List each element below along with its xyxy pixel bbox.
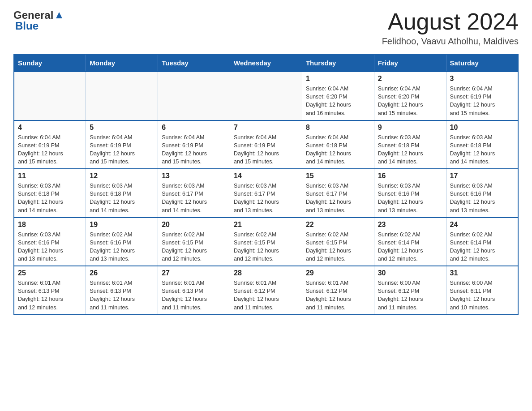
day-number: 1 bbox=[306, 75, 370, 83]
day-info: Sunrise: 6:01 AM Sunset: 6:13 PM Dayligh… bbox=[162, 279, 226, 312]
day-number: 13 bbox=[162, 172, 226, 180]
day-info: Sunrise: 6:03 AM Sunset: 6:16 PM Dayligh… bbox=[450, 182, 514, 214]
day-number: 6 bbox=[162, 124, 226, 132]
day-number: 3 bbox=[450, 75, 514, 83]
day-info: Sunrise: 6:03 AM Sunset: 6:17 PM Dayligh… bbox=[306, 182, 370, 214]
day-of-week-header: Saturday bbox=[446, 54, 518, 72]
calendar-cell: 23Sunrise: 6:02 AM Sunset: 6:14 PM Dayli… bbox=[374, 218, 446, 266]
day-number: 16 bbox=[378, 172, 442, 180]
calendar-cell: 26Sunrise: 6:01 AM Sunset: 6:13 PM Dayli… bbox=[86, 266, 158, 315]
day-info: Sunrise: 6:03 AM Sunset: 6:18 PM Dayligh… bbox=[450, 133, 514, 166]
day-number: 29 bbox=[306, 269, 370, 277]
day-info: Sunrise: 6:03 AM Sunset: 6:16 PM Dayligh… bbox=[378, 182, 442, 214]
day-number: 11 bbox=[18, 172, 82, 180]
calendar-cell: 22Sunrise: 6:02 AM Sunset: 6:15 PM Dayli… bbox=[302, 218, 374, 266]
day-info: Sunrise: 6:01 AM Sunset: 6:12 PM Dayligh… bbox=[306, 279, 370, 312]
day-number: 18 bbox=[18, 221, 82, 229]
calendar-cell: 14Sunrise: 6:03 AM Sunset: 6:17 PM Dayli… bbox=[230, 169, 302, 218]
day-info: Sunrise: 6:04 AM Sunset: 6:19 PM Dayligh… bbox=[18, 133, 82, 166]
day-number: 15 bbox=[306, 172, 370, 180]
calendar-week-row: 25Sunrise: 6:01 AM Sunset: 6:13 PM Dayli… bbox=[14, 266, 518, 315]
day-info: Sunrise: 6:01 AM Sunset: 6:13 PM Dayligh… bbox=[90, 279, 154, 312]
day-of-week-header: Monday bbox=[86, 54, 158, 72]
calendar-cell: 21Sunrise: 6:02 AM Sunset: 6:15 PM Dayli… bbox=[230, 218, 302, 266]
day-number: 8 bbox=[306, 124, 370, 132]
calendar-cell: 5Sunrise: 6:04 AM Sunset: 6:19 PM Daylig… bbox=[86, 120, 158, 169]
day-number: 24 bbox=[450, 221, 514, 229]
calendar-cell bbox=[14, 72, 86, 120]
logo-blue-text: Blue bbox=[15, 20, 39, 32]
calendar-cell: 13Sunrise: 6:03 AM Sunset: 6:17 PM Dayli… bbox=[158, 169, 230, 218]
day-of-week-header: Sunday bbox=[14, 54, 86, 72]
day-info: Sunrise: 6:03 AM Sunset: 6:16 PM Dayligh… bbox=[18, 231, 82, 263]
day-number: 5 bbox=[90, 124, 154, 132]
day-info: Sunrise: 6:02 AM Sunset: 6:15 PM Dayligh… bbox=[162, 231, 226, 263]
day-number: 30 bbox=[378, 269, 442, 277]
day-info: Sunrise: 6:03 AM Sunset: 6:18 PM Dayligh… bbox=[378, 133, 442, 166]
day-info: Sunrise: 6:02 AM Sunset: 6:15 PM Dayligh… bbox=[306, 231, 370, 263]
day-info: Sunrise: 6:04 AM Sunset: 6:20 PM Dayligh… bbox=[306, 85, 370, 117]
day-number: 2 bbox=[378, 75, 442, 83]
day-info: Sunrise: 6:02 AM Sunset: 6:14 PM Dayligh… bbox=[450, 231, 514, 263]
calendar-cell: 29Sunrise: 6:01 AM Sunset: 6:12 PM Dayli… bbox=[302, 266, 374, 315]
calendar-cell: 7Sunrise: 6:04 AM Sunset: 6:19 PM Daylig… bbox=[230, 120, 302, 169]
day-of-week-header: Friday bbox=[374, 54, 446, 72]
day-info: Sunrise: 6:04 AM Sunset: 6:19 PM Dayligh… bbox=[234, 133, 298, 166]
day-number: 14 bbox=[234, 172, 298, 180]
calendar-cell: 11Sunrise: 6:03 AM Sunset: 6:18 PM Dayli… bbox=[14, 169, 86, 218]
calendar-cell: 2Sunrise: 6:04 AM Sunset: 6:20 PM Daylig… bbox=[374, 72, 446, 120]
month-title: August 2024 bbox=[382, 9, 519, 34]
day-number: 9 bbox=[378, 124, 442, 132]
calendar-week-row: 4Sunrise: 6:04 AM Sunset: 6:19 PM Daylig… bbox=[14, 120, 518, 169]
day-info: Sunrise: 6:04 AM Sunset: 6:20 PM Dayligh… bbox=[378, 85, 442, 117]
calendar-cell bbox=[230, 72, 302, 120]
days-of-week-row: SundayMondayTuesdayWednesdayThursdayFrid… bbox=[14, 54, 518, 72]
calendar-cell: 24Sunrise: 6:02 AM Sunset: 6:14 PM Dayli… bbox=[446, 218, 518, 266]
day-info: Sunrise: 6:04 AM Sunset: 6:19 PM Dayligh… bbox=[450, 85, 514, 117]
day-number: 12 bbox=[90, 172, 154, 180]
page-header: General Blue August 2024 Felidhoo, Vaavu… bbox=[13, 9, 519, 47]
calendar-week-row: 11Sunrise: 6:03 AM Sunset: 6:18 PM Dayli… bbox=[14, 169, 518, 218]
day-info: Sunrise: 6:03 AM Sunset: 6:18 PM Dayligh… bbox=[90, 182, 154, 214]
calendar-cell: 25Sunrise: 6:01 AM Sunset: 6:13 PM Dayli… bbox=[14, 266, 86, 315]
day-of-week-header: Wednesday bbox=[230, 54, 302, 72]
day-number: 25 bbox=[18, 269, 82, 277]
day-info: Sunrise: 6:03 AM Sunset: 6:18 PM Dayligh… bbox=[18, 182, 82, 214]
day-number: 19 bbox=[90, 221, 154, 229]
day-number: 20 bbox=[162, 221, 226, 229]
day-info: Sunrise: 6:00 AM Sunset: 6:11 PM Dayligh… bbox=[450, 279, 514, 312]
logo: General Blue bbox=[13, 9, 65, 32]
day-number: 27 bbox=[162, 269, 226, 277]
day-number: 22 bbox=[306, 221, 370, 229]
day-info: Sunrise: 6:04 AM Sunset: 6:18 PM Dayligh… bbox=[306, 133, 370, 166]
day-number: 7 bbox=[234, 124, 298, 132]
calendar-cell: 30Sunrise: 6:00 AM Sunset: 6:12 PM Dayli… bbox=[374, 266, 446, 315]
day-of-week-header: Tuesday bbox=[158, 54, 230, 72]
calendar-cell: 31Sunrise: 6:00 AM Sunset: 6:11 PM Dayli… bbox=[446, 266, 518, 315]
day-number: 31 bbox=[450, 269, 514, 277]
day-number: 28 bbox=[234, 269, 298, 277]
location: Felidhoo, Vaavu Atholhu, Maldives bbox=[382, 36, 519, 47]
calendar-cell: 27Sunrise: 6:01 AM Sunset: 6:13 PM Dayli… bbox=[158, 266, 230, 315]
calendar-cell: 17Sunrise: 6:03 AM Sunset: 6:16 PM Dayli… bbox=[446, 169, 518, 218]
svg-marker-0 bbox=[56, 12, 62, 18]
day-number: 23 bbox=[378, 221, 442, 229]
calendar-body: 1Sunrise: 6:04 AM Sunset: 6:20 PM Daylig… bbox=[14, 72, 518, 315]
day-number: 26 bbox=[90, 269, 154, 277]
day-info: Sunrise: 6:04 AM Sunset: 6:19 PM Dayligh… bbox=[90, 133, 154, 166]
calendar-cell: 10Sunrise: 6:03 AM Sunset: 6:18 PM Dayli… bbox=[446, 120, 518, 169]
calendar-cell: 16Sunrise: 6:03 AM Sunset: 6:16 PM Dayli… bbox=[374, 169, 446, 218]
day-info: Sunrise: 6:01 AM Sunset: 6:13 PM Dayligh… bbox=[18, 279, 82, 312]
calendar-cell: 1Sunrise: 6:04 AM Sunset: 6:20 PM Daylig… bbox=[302, 72, 374, 120]
calendar-cell: 3Sunrise: 6:04 AM Sunset: 6:19 PM Daylig… bbox=[446, 72, 518, 120]
calendar-cell: 28Sunrise: 6:01 AM Sunset: 6:12 PM Dayli… bbox=[230, 266, 302, 315]
calendar-cell: 19Sunrise: 6:02 AM Sunset: 6:16 PM Dayli… bbox=[86, 218, 158, 266]
day-info: Sunrise: 6:02 AM Sunset: 6:15 PM Dayligh… bbox=[234, 231, 298, 263]
day-info: Sunrise: 6:03 AM Sunset: 6:17 PM Dayligh… bbox=[234, 182, 298, 214]
calendar-cell bbox=[86, 72, 158, 120]
calendar-cell bbox=[158, 72, 230, 120]
day-info: Sunrise: 6:01 AM Sunset: 6:12 PM Dayligh… bbox=[234, 279, 298, 312]
calendar-cell: 8Sunrise: 6:04 AM Sunset: 6:18 PM Daylig… bbox=[302, 120, 374, 169]
calendar-week-row: 1Sunrise: 6:04 AM Sunset: 6:20 PM Daylig… bbox=[14, 72, 518, 120]
calendar-cell: 20Sunrise: 6:02 AM Sunset: 6:15 PM Dayli… bbox=[158, 218, 230, 266]
